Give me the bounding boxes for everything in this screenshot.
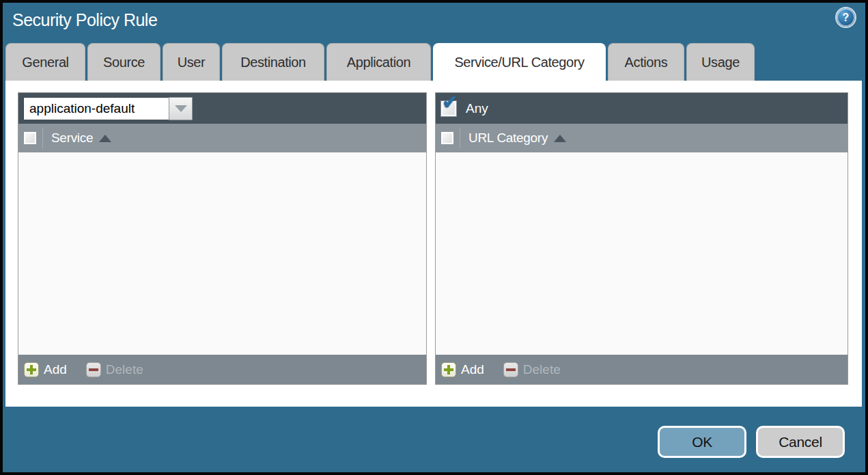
tab-service-url-category[interactable]: Service/URL Category [433, 43, 606, 81]
sort-asc-icon [99, 135, 111, 142]
delete-label: Delete [106, 362, 143, 377]
url-category-column-label: URL Category [468, 131, 548, 146]
tab-user[interactable]: User [163, 43, 220, 81]
tab-source[interactable]: Source [87, 43, 160, 81]
url-category-column-header[interactable]: URL Category [436, 124, 848, 152]
dialog-title: Security Policy Rule [12, 10, 157, 30]
url-category-delete-button[interactable]: Delete [503, 362, 561, 377]
url-category-select-all-checkbox[interactable] [440, 131, 454, 145]
service-add-button[interactable]: Add [24, 362, 67, 377]
service-delete-button[interactable]: Delete [86, 362, 143, 377]
service-list-empty[interactable] [18, 152, 426, 355]
service-mode-input[interactable] [23, 97, 169, 120]
any-checkbox[interactable]: ✔ [440, 100, 457, 117]
service-select-all-checkbox[interactable] [23, 131, 37, 145]
minus-icon [503, 362, 518, 377]
plus-icon [24, 362, 39, 377]
tab-application[interactable]: Application [326, 43, 431, 81]
tab-usage[interactable]: Usage [686, 43, 755, 81]
tab-bar: General Source User Destination Applicat… [5, 43, 755, 81]
column-divider [460, 128, 460, 148]
service-mode-combobox [23, 97, 193, 120]
question-mark-glyph: ? [843, 12, 850, 24]
add-label: Add [44, 362, 67, 377]
url-category-panel: ✔ Any URL Category [435, 92, 848, 385]
sort-asc-icon [554, 135, 566, 142]
delete-label: Delete [523, 362, 561, 377]
service-column-header[interactable]: Service [18, 124, 426, 152]
service-column-label: Service [51, 131, 93, 146]
url-category-list-empty[interactable] [436, 152, 848, 355]
tab-actions[interactable]: Actions [608, 43, 684, 81]
plus-icon [441, 362, 456, 377]
url-category-add-button[interactable]: Add [441, 362, 484, 377]
service-panel: Service Add [18, 92, 427, 385]
column-divider [42, 128, 43, 148]
chevron-down-icon [175, 105, 187, 112]
security-policy-rule-dialog: Security Policy Rule ? General Source Us… [0, 0, 868, 475]
minus-icon [86, 362, 101, 377]
help-icon[interactable]: ? [837, 8, 855, 27]
ok-button[interactable]: OK [658, 426, 746, 458]
url-category-any-bar: ✔ Any [436, 93, 848, 124]
tab-destination[interactable]: Destination [222, 43, 324, 81]
service-footer-bar: Add Delete [18, 355, 426, 384]
checkmark-icon: ✔ [442, 93, 458, 112]
tab-general[interactable]: General [5, 43, 85, 81]
cancel-button[interactable]: Cancel [756, 426, 845, 458]
add-label: Add [461, 362, 484, 377]
tab-content-service-url-category: Service Add [5, 81, 862, 407]
service-mode-dropdown-button[interactable] [169, 97, 193, 120]
url-category-footer-bar: Add Delete [436, 355, 848, 384]
service-mode-bar [18, 93, 426, 124]
any-label: Any [466, 101, 488, 116]
